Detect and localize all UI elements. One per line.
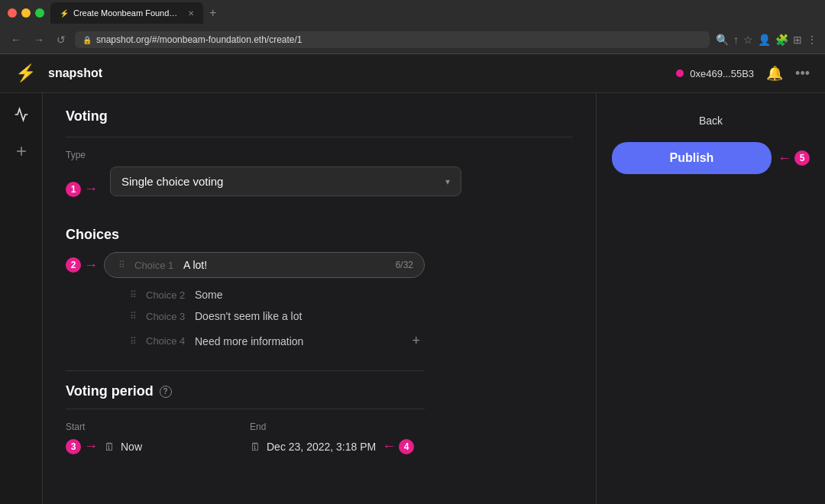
choice-2-label: Choice 2: [146, 289, 189, 301]
voting-type-text: Single choice voting: [121, 175, 223, 188]
lock-icon: 🔒: [82, 36, 92, 44]
app-container: Voting Type 1 → Single choice voting ▾ C…: [0, 93, 825, 504]
choice-3-label: Choice 3: [146, 311, 189, 322]
choice-2-row: ⠿ Choice 2 Some: [127, 284, 425, 305]
annotation-4: ← 4: [382, 438, 414, 454]
choice-4-label: Choice 4: [146, 335, 189, 347]
choice-1-counter: 6/32: [396, 260, 413, 270]
choice-4-row: ⠿ Choice 4 Need more information +: [127, 327, 425, 355]
notification-button[interactable]: 🔔: [766, 65, 783, 82]
annotation-5: ← 5: [778, 150, 810, 166]
choice-3-value: Doesn't seem like a lot: [195, 310, 302, 322]
choice-1-value[interactable]: A lot!: [183, 259, 390, 271]
right-panel: Back Publish ← 5: [596, 93, 825, 504]
extension-icon[interactable]: 🧩: [775, 34, 788, 46]
annotation-arrow-1: →: [84, 181, 98, 197]
titlebar: ⚡ Create Moonbeam Foundatio... ✕ +: [0, 0, 825, 26]
end-label: End: [250, 422, 425, 432]
share-icon[interactable]: ↑: [733, 34, 739, 46]
voting-type-selector[interactable]: Single choice voting ▾: [110, 166, 461, 196]
sidebar-item-add[interactable]: [9, 139, 34, 163]
close-button[interactable]: [8, 8, 17, 18]
annotation-label-2: 2: [66, 257, 81, 273]
minimize-button[interactable]: [21, 8, 31, 18]
url-text: snapshot.org/#/moonbeam-foundation.eth/c…: [96, 34, 302, 45]
new-tab-button[interactable]: +: [206, 6, 219, 20]
choice-1-row: 2 → ⠿ Choice 1 A lot! 6/32: [66, 252, 425, 278]
divider-3: [66, 409, 425, 409]
annotation-arrow-4: ←: [382, 438, 396, 454]
start-label: Start: [66, 422, 241, 432]
choice-1-input[interactable]: ⠿ Choice 1 A lot! 6/32: [104, 252, 425, 278]
wallet-text: 0xe469...55B3: [690, 68, 754, 79]
app-logo-icon: ⚡: [15, 63, 36, 83]
address-bar[interactable]: 🔒 snapshot.org/#/moonbeam-foundation.eth…: [75, 31, 710, 48]
type-label: Type: [66, 150, 573, 160]
drag-handle-4[interactable]: ⠿: [127, 336, 140, 347]
choice-4-value: Need more information: [195, 335, 303, 347]
publish-row: Publish ← 5: [612, 142, 810, 174]
annotation-arrow-3: →: [84, 438, 98, 454]
choice-3-row: ⠿ Choice 3 Doesn't seem like a lot: [127, 305, 425, 327]
app-logo-text: snapshot: [48, 66, 102, 80]
more-options-button[interactable]: •••: [795, 66, 810, 82]
drag-handle-3[interactable]: ⠿: [127, 311, 140, 321]
voting-section-title: Voting: [66, 108, 573, 124]
choice-2-value: Some: [195, 289, 223, 301]
end-col: End 🗓 Dec 23, 2022, 3:18 PM ← 4: [250, 422, 425, 454]
publish-button[interactable]: Publish: [612, 142, 772, 174]
annotation-label-4: 4: [399, 439, 414, 454]
browser-chrome: ⚡ Create Moonbeam Foundatio... ✕ + ← → ↺…: [0, 0, 825, 54]
divider-2: [66, 370, 425, 371]
drag-handle-2[interactable]: ⠿: [127, 289, 140, 300]
grid-icon[interactable]: ⊞: [793, 34, 802, 46]
divider-1: [66, 137, 573, 137]
start-col: Start 3 → 🗓 Now: [66, 422, 241, 454]
wallet-dot: [676, 69, 684, 77]
traffic-lights: [8, 8, 44, 18]
maximize-button[interactable]: [35, 8, 44, 18]
forward-nav-button[interactable]: →: [31, 32, 47, 47]
drag-handle-1[interactable]: ⠿: [115, 260, 128, 270]
annotation-arrow-2: →: [84, 257, 98, 273]
browser-action-buttons: 🔍 ↑ ☆ 👤 🧩 ⊞ ⋮: [716, 34, 817, 46]
active-tab[interactable]: ⚡ Create Moonbeam Foundatio... ✕: [50, 2, 203, 24]
end-calendar-icon: 🗓: [250, 441, 260, 453]
annotation-label-1: 1: [66, 182, 81, 197]
annotation-2: 2 →: [66, 257, 98, 273]
chevron-down-icon: ▾: [445, 176, 450, 187]
browser-search-icon[interactable]: 🔍: [716, 34, 729, 46]
browser-tabs: ⚡ Create Moonbeam Foundatio... ✕ +: [50, 2, 735, 24]
bookmark-icon[interactable]: ☆: [743, 34, 753, 46]
end-value-row: 🗓 Dec 23, 2022, 3:18 PM ← 4: [250, 438, 425, 454]
reload-button[interactable]: ↺: [53, 32, 69, 47]
sidebar-item-pulse[interactable]: [9, 102, 34, 127]
annotation-label-5: 5: [794, 150, 810, 166]
profile-icon[interactable]: 👤: [758, 34, 771, 46]
start-value-row: 3 → 🗓 Now: [66, 438, 241, 454]
annotation-label-3: 3: [66, 439, 81, 454]
back-button[interactable]: Back: [612, 108, 810, 133]
add-choice-button[interactable]: +: [407, 331, 425, 351]
annotation-3: 3 →: [66, 438, 98, 454]
choices-title: Choices: [66, 227, 425, 243]
wallet-address[interactable]: 0xe469...55B3: [676, 68, 754, 79]
address-bar-row: ← → ↺ 🔒 snapshot.org/#/moonbeam-foundati…: [0, 26, 825, 53]
header-right: 0xe469...55B3 🔔 •••: [676, 65, 810, 82]
annotation-1: 1 →: [66, 181, 98, 197]
choice-1-label: Choice 1: [134, 260, 177, 271]
main-content: Voting Type 1 → Single choice voting ▾ C…: [43, 93, 596, 504]
start-value[interactable]: Now: [121, 441, 142, 453]
start-calendar-icon: 🗓: [104, 441, 115, 453]
browser-menu-icon[interactable]: ⋮: [807, 34, 817, 46]
sidebar: [0, 93, 43, 504]
back-nav-button[interactable]: ←: [8, 32, 24, 47]
choices-container: Choices 2 → ⠿ Choice 1 A lot! 6/32 ⠿ Cho…: [66, 227, 425, 355]
help-icon[interactable]: ?: [160, 386, 172, 398]
period-grid: Start 3 → 🗓 Now End 🗓 Dec 23, 2022, 3:18…: [66, 422, 425, 454]
voting-period-title: Voting period ?: [66, 383, 573, 399]
app-header: ⚡ snapshot 0xe469...55B3 🔔 •••: [0, 54, 825, 93]
voting-period-text: Voting period: [66, 383, 154, 399]
tab-close-icon[interactable]: ✕: [188, 9, 194, 18]
end-value[interactable]: Dec 23, 2022, 3:18 PM: [267, 441, 376, 453]
